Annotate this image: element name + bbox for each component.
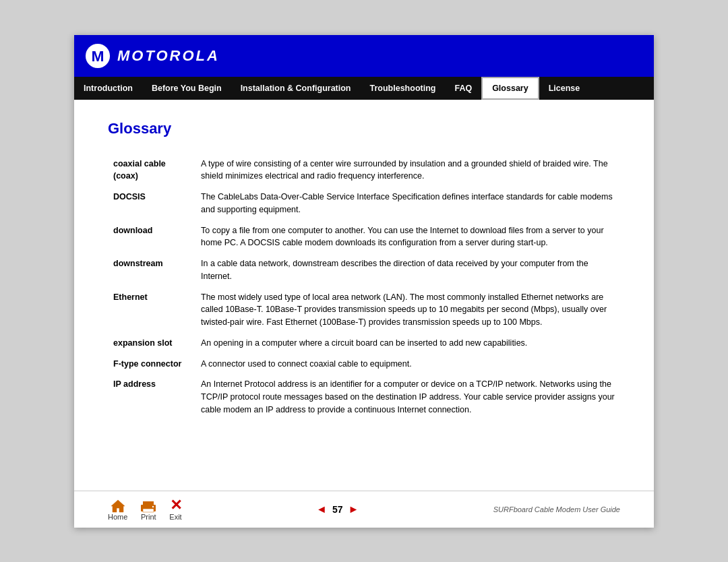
nav-item-before-you-begin[interactable]: Before You Begin — [142, 77, 231, 100]
home-icon — [111, 499, 125, 513]
glossary-row: F-type connectorA connector used to conn… — [108, 354, 620, 375]
glossary-term: Ethernet — [108, 287, 195, 333]
print-button[interactable]: Print — [140, 501, 157, 521]
exit-icon: ✕ — [170, 498, 182, 513]
glossary-definition: The CableLabs Data-Over-Cable Service In… — [195, 187, 620, 220]
prev-page-button[interactable]: ◄ — [316, 503, 327, 516]
page-nav: ◄ 57 ► — [316, 503, 359, 516]
page-number: 57 — [332, 504, 343, 515]
glossary-row: EthernetThe most widely used type of loc… — [108, 287, 620, 333]
svg-rect-4 — [143, 501, 154, 506]
glossary-row: DOCSISThe CableLabs Data-Over-Cable Serv… — [108, 187, 620, 220]
nav-bar: Introduction Before You Begin Installati… — [74, 77, 654, 100]
motorola-m-icon: M — [85, 43, 111, 69]
glossary-definition: An Internet Protocol address is an ident… — [195, 374, 620, 420]
footer-icons: Home Print ✕ Exit — [108, 498, 182, 521]
glossary-term: DOCSIS — [108, 187, 195, 220]
next-page-button[interactable]: ► — [348, 503, 359, 516]
footer-center: ◄ 57 ► — [182, 503, 493, 516]
nav-item-installation-config[interactable]: Installation & Configuration — [231, 77, 361, 100]
glossary-definition: In a cable data network, downstream desc… — [195, 253, 620, 287]
print-icon — [140, 501, 157, 513]
page-container: M MOTOROLA Introduction Before You Begin… — [74, 35, 654, 528]
glossary-row: coaxial cable (coax)A type of wire consi… — [108, 154, 620, 187]
nav-item-introduction[interactable]: Introduction — [74, 77, 142, 100]
nav-item-glossary[interactable]: Glossary — [481, 77, 539, 100]
svg-rect-5 — [143, 509, 154, 512]
brand-name: MOTOROLA — [117, 47, 220, 65]
svg-text:M: M — [92, 46, 104, 64]
glossary-term: F-type connector — [108, 354, 195, 375]
footer-bar: Home Print ✕ Exit ◄ 57 ► — [74, 491, 654, 528]
glossary-definition: An opening in a computer where a circuit… — [195, 333, 620, 354]
header-logo-bar: M MOTOROLA — [74, 35, 654, 77]
glossary-definition: To copy a file from one computer to anot… — [195, 220, 620, 254]
glossary-row: downstreamIn a cable data network, downs… — [108, 253, 620, 287]
motorola-logo: M MOTOROLA — [85, 43, 220, 69]
nav-item-faq[interactable]: FAQ — [445, 77, 481, 100]
exit-button[interactable]: ✕ Exit — [169, 498, 181, 521]
glossary-term: IP address — [108, 374, 195, 420]
glossary-definition: A type of wire consisting of a center wi… — [195, 154, 620, 187]
glossary-term: download — [108, 220, 195, 254]
footer-guide-title: SURFboard Cable Modem User Guide — [493, 505, 620, 513]
glossary-term: expansion slot — [108, 333, 195, 354]
content-area: Glossary coaxial cable (coax)A type of w… — [74, 100, 654, 491]
nav-item-license[interactable]: License — [539, 77, 590, 100]
svg-point-6 — [152, 505, 154, 507]
svg-marker-2 — [111, 500, 125, 512]
glossary-definition: The most widely used type of local area … — [195, 287, 620, 333]
glossary-table: coaxial cable (coax)A type of wire consi… — [108, 154, 620, 420]
nav-item-troubleshooting[interactable]: Troubleshooting — [361, 77, 446, 100]
glossary-row: expansion slotAn opening in a computer w… — [108, 333, 620, 354]
glossary-row: IP addressAn Internet Protocol address i… — [108, 374, 620, 420]
home-button[interactable]: Home — [108, 499, 127, 521]
glossary-row: downloadTo copy a file from one computer… — [108, 220, 620, 254]
glossary-definition: A connector used to connect coaxial cabl… — [195, 354, 620, 375]
page-title: Glossary — [108, 120, 620, 137]
glossary-term: coaxial cable (coax) — [108, 154, 195, 187]
glossary-term: downstream — [108, 253, 195, 287]
